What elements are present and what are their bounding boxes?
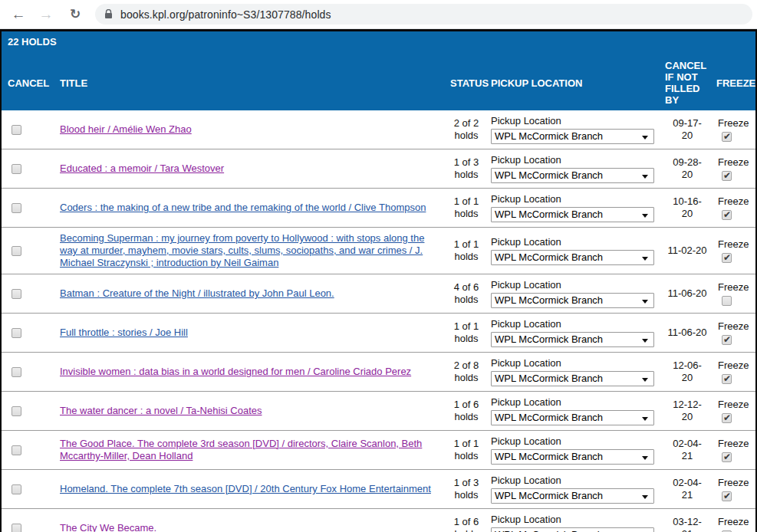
cancel-by-date: 03-12- 21: [663, 516, 712, 532]
hold-status: 1 of 6 holds: [443, 399, 489, 423]
title-link[interactable]: Coders : the making of a new tribe and t…: [60, 202, 426, 213]
col-header-status: STATUS: [443, 67, 489, 89]
pickup-location-select[interactable]: WPL McCormick Branch: [491, 488, 654, 504]
col-header-title: TITLE: [52, 67, 443, 89]
col-header-pickup-location: PICKUP LOCATION: [489, 67, 663, 89]
cancel-checkbox[interactable]: [12, 246, 21, 256]
pickup-location-select[interactable]: WPL McCormick Branch: [491, 293, 654, 308]
back-icon[interactable]: ←: [9, 7, 28, 21]
col-header-cancel: CANCEL: [2, 67, 52, 89]
pickup-location-label: Pickup Location: [491, 396, 663, 409]
hold-status: 1 of 1 holds: [443, 195, 489, 220]
freeze-checkbox[interactable]: [722, 491, 732, 501]
chevron-down-icon: [642, 456, 648, 460]
pickup-location-select[interactable]: WPL McCormick Branch: [491, 332, 654, 347]
title-link[interactable]: The City We Became.: [60, 522, 156, 532]
freeze-checkbox[interactable]: [722, 452, 732, 462]
freeze-label: Freeze: [718, 320, 755, 333]
pickup-location-value: WPL McCormick Branch: [495, 333, 603, 345]
chevron-down-icon: [642, 339, 648, 343]
pickup-location-select[interactable]: WPL McCormick Branch: [491, 129, 654, 144]
chevron-down-icon: [642, 257, 648, 261]
freeze-checkbox[interactable]: [722, 171, 732, 181]
hold-row: Homeland. The complete 7th season [DVD] …: [2, 470, 755, 509]
freeze-checkbox[interactable]: [722, 335, 732, 345]
title-link[interactable]: Invisible women : data bias in a world d…: [60, 366, 411, 377]
pickup-location-label: Pickup Location: [491, 475, 663, 487]
hold-status: 1 of 3 holds: [443, 156, 489, 181]
freeze-checkbox[interactable]: [722, 413, 732, 423]
pickup-location-label: Pickup Location: [491, 193, 663, 205]
browser-toolbar: ← → ↻ books.kpl.org/patroninfo~S3/130778…: [0, 0, 757, 29]
cancel-checkbox[interactable]: [12, 524, 21, 532]
pickup-location-value: WPL McCormick Branch: [495, 451, 603, 462]
cancel-checkbox[interactable]: [12, 484, 21, 494]
title-link[interactable]: The water dancer : a novel / Ta-Nehisi C…: [60, 405, 262, 416]
pickup-location-select[interactable]: WPL McCormick Branch: [491, 371, 654, 386]
freeze-checkbox[interactable]: [722, 132, 732, 142]
cancel-checkbox[interactable]: [12, 289, 21, 299]
chevron-down-icon: [642, 378, 648, 382]
chevron-down-icon: [642, 300, 648, 304]
freeze-label: Freeze: [718, 360, 755, 372]
cancel-checkbox[interactable]: [12, 125, 21, 135]
freeze-checkbox[interactable]: [722, 374, 732, 384]
freeze-checkbox[interactable]: [722, 253, 732, 263]
cancel-checkbox[interactable]: [12, 328, 21, 338]
hold-row: Coders : the making of a new tribe and t…: [2, 189, 755, 228]
pickup-location-select[interactable]: WPL McCormick Branch: [491, 207, 654, 222]
title-link[interactable]: Becoming Superman : my journey from pove…: [60, 232, 424, 268]
forward-icon: →: [37, 7, 55, 21]
title-link[interactable]: Batman : Creature of the Night / illustr…: [60, 287, 334, 299]
title-link[interactable]: Full throttle : stories / Joe Hill: [60, 327, 188, 338]
cancel-checkbox[interactable]: [12, 203, 21, 213]
freeze-checkbox[interactable]: [722, 210, 732, 220]
pickup-location-select[interactable]: WPL McCormick Branch: [491, 410, 654, 425]
title-link[interactable]: The Good Place. The complete 3rd season …: [60, 438, 422, 461]
holds-count: 22 HOLDS: [2, 31, 755, 49]
pickup-location-select[interactable]: WPL McCormick Branch: [491, 449, 654, 465]
pickup-location-value: WPL McCormick Branch: [495, 209, 603, 220]
title-link[interactable]: Educated : a memoir / Tara Westover: [60, 163, 224, 174]
chevron-down-icon: [642, 136, 648, 140]
cancel-by-date: 12-06- 20: [663, 360, 712, 384]
hold-status: 1 of 1 holds: [443, 320, 489, 345]
chevron-down-icon: [642, 214, 648, 218]
reload-icon[interactable]: ↻: [66, 8, 84, 21]
hold-status: 1 of 1 holds: [443, 438, 489, 462]
freeze-label: Freeze: [718, 238, 755, 251]
pickup-location-select[interactable]: WPL McCormick Branch: [491, 527, 654, 532]
hold-row: Becoming Superman : my journey from pove…: [2, 228, 755, 274]
cancel-checkbox[interactable]: [12, 367, 21, 377]
cancel-checkbox[interactable]: [12, 445, 21, 455]
cancel-by-date: 11-06-20: [663, 327, 712, 339]
pickup-location-value: WPL McCormick Branch: [495, 412, 603, 423]
cancel-by-date: 11-06-20: [663, 287, 712, 300]
pickup-location-select[interactable]: WPL McCormick Branch: [491, 250, 654, 265]
freeze-label: Freeze: [718, 281, 755, 294]
cancel-by-date: 02-04- 21: [663, 438, 712, 462]
pickup-location-label: Pickup Location: [491, 154, 663, 166]
pickup-location-label: Pickup Location: [491, 318, 663, 330]
lock-icon[interactable]: [104, 9, 113, 19]
table-header: 22 HOLDS CANCEL TITLE STATUS PICKUP LOCA…: [2, 31, 755, 110]
hold-row: Educated : a memoir / Tara Westover 1 of…: [2, 149, 755, 189]
cancel-by-date: 09-17- 20: [663, 117, 712, 142]
freeze-checkbox[interactable]: [722, 296, 732, 306]
cancel-checkbox[interactable]: [12, 164, 21, 174]
pickup-location-select[interactable]: WPL McCormick Branch: [491, 168, 654, 183]
pickup-location-label: Pickup Location: [491, 236, 663, 248]
pickup-location-label: Pickup Location: [491, 514, 663, 526]
title-link[interactable]: Blood heir / Amélie Wen Zhao: [60, 123, 192, 135]
pickup-location-label: Pickup Location: [491, 279, 663, 291]
cancel-checkbox[interactable]: [12, 406, 21, 416]
title-link[interactable]: Homeland. The complete 7th season [DVD] …: [60, 483, 431, 494]
freeze-label: Freeze: [718, 399, 755, 411]
pickup-location-label: Pickup Location: [491, 115, 663, 127]
pickup-location-value: WPL McCormick Branch: [495, 294, 603, 306]
hold-status: 1 of 6 holds: [443, 516, 489, 532]
hold-row: Blood heir / Amélie Wen Zhao 2 of 2 hold…: [2, 110, 755, 149]
freeze-label: Freeze: [718, 195, 755, 208]
address-bar[interactable]: books.kpl.org/patroninfo~S3/1307788/hold…: [95, 4, 752, 25]
hold-row: The Good Place. The complete 3rd season …: [2, 431, 755, 470]
